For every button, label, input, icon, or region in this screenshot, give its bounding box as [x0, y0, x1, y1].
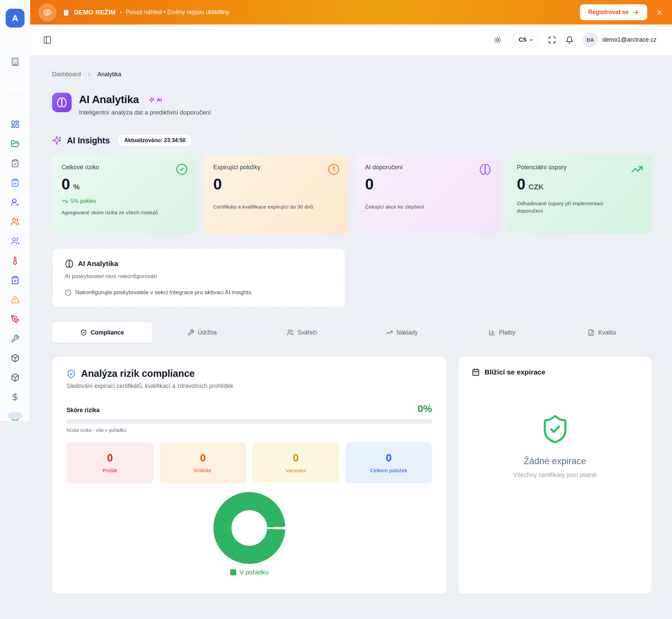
- sidebar-item-box-1[interactable]: [11, 354, 19, 362]
- app-logo[interactable]: A: [6, 9, 25, 28]
- chevron-down-icon: [529, 37, 534, 43]
- stat-label: AI doporučení: [365, 164, 491, 171]
- sidebar-item-clipboard-2[interactable]: [11, 178, 19, 187]
- user-check-icon: [11, 198, 19, 207]
- shield-check-icon: [67, 369, 76, 379]
- stat-description: Agregované skóre rizika ze všech modulů: [61, 209, 166, 216]
- sidebar-item-folder[interactable]: [11, 139, 19, 148]
- pen-tool-icon: [11, 315, 19, 323]
- risk-progress-bar: [67, 419, 432, 424]
- language-value: CS: [519, 37, 527, 43]
- sparkles-icon: [52, 136, 61, 145]
- trending-up-icon: [631, 163, 643, 175]
- risk-score-value: 0%: [418, 404, 432, 414]
- stat-label: Celkové riziko: [61, 164, 187, 171]
- risk-stat-value: 0: [200, 452, 206, 464]
- trending-down-icon: [61, 198, 68, 204]
- box-icon: [11, 354, 19, 362]
- provider-status: AI poskytovatel není nakonfigurován: [65, 273, 333, 280]
- sidebar-item-dollar[interactable]: [11, 393, 19, 401]
- insight-cards: Celkové riziko 0 % 5% pokles Agregované …: [52, 155, 652, 234]
- compliance-title: Analýza rizik compliance: [81, 368, 195, 379]
- panel-left-icon: [43, 36, 52, 44]
- risk-stat-critical: 0 Kritické: [160, 442, 247, 483]
- page-header: AI Analytika AI Inteligentní analýza dat…: [52, 93, 652, 116]
- sidebar-item-wrench[interactable]: [11, 334, 19, 343]
- risk-stat-label: Varování: [286, 468, 306, 474]
- risk-stat-total: 0 Celkem položek: [345, 442, 432, 483]
- tab-quality[interactable]: Kvalita: [552, 322, 652, 343]
- clipboard-check-icon: [11, 276, 19, 284]
- risk-donut: [213, 492, 285, 564]
- expirations-empty-state: Žádné expirace Všechny certifikáty jsou …: [472, 414, 638, 479]
- stat-card-savings: Potenciální úspory 0 CZK Odhadované úspo…: [507, 155, 652, 234]
- updated-badge: Aktualizováno: 23:34:50: [118, 134, 192, 146]
- language-select[interactable]: CS: [514, 33, 539, 47]
- sidebar-item-thermometer[interactable]: [11, 256, 19, 265]
- sidebar-item-clipboard-3[interactable]: [11, 276, 19, 284]
- shield-check-icon: [540, 414, 571, 445]
- stat-card-risk: Celkové riziko 0 % 5% pokles Agregované …: [52, 155, 197, 234]
- stat-value: 0: [365, 176, 374, 192]
- shield-check-icon: [80, 329, 87, 336]
- sidebar-item-dashboard[interactable]: [11, 120, 19, 129]
- donut-legend: V pořádku: [230, 569, 269, 576]
- users-icon: [11, 217, 19, 226]
- sidebar-item-users-1[interactable]: [11, 217, 19, 226]
- sidebar-item-alert[interactable]: [11, 295, 19, 304]
- sun-icon: [494, 36, 501, 44]
- tab-maintenance[interactable]: Údržba: [152, 322, 252, 343]
- insights-title: AI Insights: [67, 136, 110, 145]
- layout-dashboard-icon: [11, 120, 19, 129]
- sidebar-item-user-check[interactable]: [11, 198, 19, 207]
- register-button[interactable]: Registrovat se: [580, 4, 647, 20]
- sidebar-item-box-2[interactable]: [11, 373, 19, 382]
- breadcrumb-dashboard[interactable]: Dashboard: [52, 71, 81, 78]
- box-icon: [11, 373, 19, 382]
- stat-description: Certifikáty a kvalifikace expirující do …: [213, 203, 318, 211]
- tab-costs[interactable]: Náklady: [352, 322, 452, 343]
- maximize-icon: [548, 36, 556, 44]
- sidebar-nav: [0, 120, 30, 421]
- banner-close-button[interactable]: [656, 9, 663, 16]
- tab-label: Platby: [499, 329, 515, 336]
- tab-compliance[interactable]: Compliance: [52, 322, 152, 343]
- user-menu[interactable]: DA demo1@arctrace.cz: [583, 33, 657, 47]
- alert-triangle-icon: [11, 295, 19, 304]
- risk-stat-value: 0: [386, 452, 391, 464]
- sidebar-item-building[interactable]: [0, 57, 30, 66]
- dollar-sign-icon: [11, 393, 19, 401]
- logo-letter: A: [12, 13, 18, 24]
- stat-trend-label: 5% pokles: [71, 198, 96, 204]
- sidebar-toggle-button[interactable]: [43, 36, 52, 44]
- bell-icon: [565, 36, 574, 44]
- sidebar-item-clipboard-1[interactable]: [11, 159, 19, 168]
- compliance-subtitle: Sledování expirací certifikátů, kvalifik…: [67, 383, 432, 390]
- tab-payments[interactable]: Platby: [452, 322, 552, 343]
- fullscreen-button[interactable]: [548, 36, 556, 44]
- notifications-button[interactable]: [565, 36, 574, 44]
- stat-description: Odhadované úspory při implementaci dopor…: [517, 200, 621, 214]
- tab-label: Náklady: [396, 329, 418, 336]
- legend-swatch: [230, 569, 236, 575]
- clock-icon: [328, 163, 340, 175]
- expirations-panel: Blížící se expirace Žádné expirace Všech…: [458, 356, 652, 594]
- app-root: A 📋 DEMO REŽIM: [0, 0, 672, 619]
- calendar-icon: [472, 368, 480, 376]
- demo-mode-title: DEMO REŽIM: [74, 9, 116, 16]
- demo-mode-message: Pouze náhled • Změny nejsou ukládány: [126, 9, 229, 16]
- risk-stat-value: 0: [293, 452, 299, 464]
- sidebar-item-pen-tool[interactable]: [11, 315, 19, 323]
- tab-welders[interactable]: Svářeči: [252, 322, 352, 343]
- sidebar-item-users-2[interactable]: [11, 237, 19, 246]
- insights-header: AI Insights Aktualizováno: 23:34:50: [52, 134, 652, 146]
- stat-value: 0: [213, 176, 222, 192]
- stat-value: 0: [517, 176, 526, 192]
- stat-card-ai-recommendations: AI doporučení 0 Čekající akce ke zlepšen…: [356, 155, 500, 234]
- banner-separator: •: [120, 9, 122, 16]
- theme-toggle-button[interactable]: [490, 33, 505, 47]
- register-label: Registrovat se: [588, 9, 629, 16]
- check-circle-icon: [176, 163, 188, 175]
- arrow-right-icon: [632, 9, 639, 16]
- eye-badge: [38, 3, 56, 21]
